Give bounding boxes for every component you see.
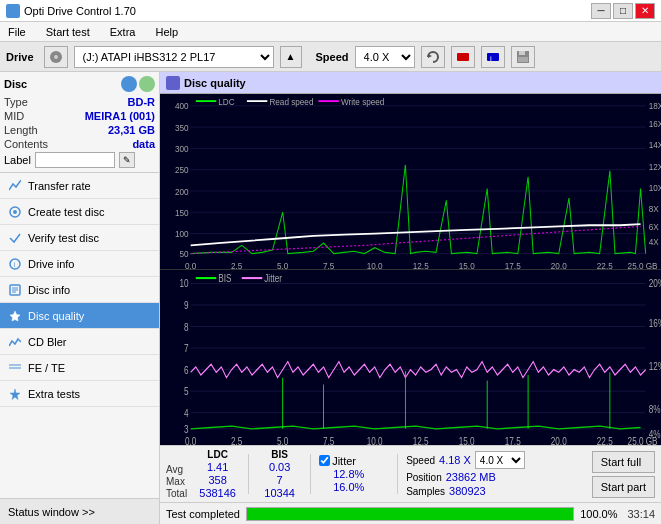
charts-container: 400 350 300 250 200 150 100 50 18X 16X 1… (160, 94, 661, 445)
nav-verify-test-disc[interactable]: Verify test disc (0, 225, 159, 251)
bis-col-header: BIS (271, 449, 288, 460)
title-bar: Opti Drive Control 1.70 ─ □ ✕ (0, 0, 661, 22)
chart-title: Disc quality (184, 77, 246, 89)
nav-fe-te[interactable]: FE / TE (0, 355, 159, 381)
nav-disc-quality[interactable]: Disc quality (0, 303, 159, 329)
extra-tests-icon (8, 387, 22, 401)
eject-button[interactable]: ▲ (280, 46, 302, 68)
svg-rect-3 (457, 53, 469, 61)
speed-stat-value: 4.18 X (439, 454, 471, 466)
status-window-button[interactable]: Status window >> (0, 498, 159, 524)
svg-rect-7 (519, 51, 525, 55)
svg-text:15.0: 15.0 (459, 260, 475, 269)
svg-text:16%: 16% (649, 316, 661, 328)
status-text: Test completed (166, 508, 240, 520)
nav-extra-tests[interactable]: Extra tests (0, 381, 159, 407)
menu-extra[interactable]: Extra (106, 25, 140, 39)
nav-fe-te-label: FE / TE (28, 362, 65, 374)
stats-divider-2 (310, 454, 311, 494)
svg-text:i: i (490, 54, 492, 63)
save-button[interactable] (511, 46, 535, 68)
drive-icon-btn[interactable] (44, 46, 68, 68)
svg-marker-17 (10, 311, 20, 321)
disc-label-label: Label (4, 154, 31, 166)
jitter-checkbox[interactable]: Jitter (319, 455, 389, 467)
create-test-disc-icon (8, 205, 22, 219)
menu-help[interactable]: Help (151, 25, 182, 39)
fe-te-icon (8, 361, 22, 375)
menu-start-test[interactable]: Start test (42, 25, 94, 39)
title-bar-left: Opti Drive Control 1.70 (6, 4, 136, 18)
app-title: Opti Drive Control 1.70 (24, 5, 136, 17)
jitter-col-header: Jitter (332, 455, 356, 467)
svg-text:15.0: 15.0 (459, 435, 475, 445)
disc-type-label: Type (4, 96, 28, 108)
nav-drive-info[interactable]: i Drive info (0, 251, 159, 277)
svg-text:5.0: 5.0 (277, 435, 288, 445)
disc-title: Disc (4, 78, 27, 90)
minimize-button[interactable]: ─ (591, 3, 611, 19)
bis-avg: 0.03 (269, 461, 290, 473)
svg-text:300: 300 (175, 143, 189, 154)
menu-file[interactable]: File (4, 25, 30, 39)
svg-text:2.5: 2.5 (231, 260, 242, 269)
drive-info-icon: i (8, 257, 22, 271)
verify-test-disc-icon (8, 231, 22, 245)
svg-rect-62 (160, 270, 661, 445)
disc-contents-row: Contents data (4, 138, 155, 150)
info-button[interactable]: i (481, 46, 505, 68)
svg-text:0.0: 0.0 (185, 435, 196, 445)
nav-disc-info[interactable]: Disc info (0, 277, 159, 303)
speed-select[interactable]: 4.0 X (355, 46, 415, 68)
disc-length-row: Length 23,31 GB (4, 124, 155, 136)
nav-cd-bler-label: CD Bler (28, 336, 67, 348)
refresh-button[interactable] (421, 46, 445, 68)
svg-text:7.5: 7.5 (323, 260, 334, 269)
svg-text:3: 3 (184, 423, 189, 435)
start-part-button[interactable]: Start part (592, 476, 655, 498)
svg-text:2.5: 2.5 (231, 435, 242, 445)
nav-transfer-rate-label: Transfer rate (28, 180, 91, 192)
stats-divider-3 (397, 454, 398, 494)
nav-create-test-disc-label: Create test disc (28, 206, 104, 218)
svg-text:10.0: 10.0 (367, 260, 383, 269)
drive-label: Drive (6, 51, 34, 63)
svg-rect-4 (487, 53, 499, 61)
media-button[interactable] (451, 46, 475, 68)
avg-label: Avg (166, 464, 187, 475)
disc-label-input[interactable] (35, 152, 115, 168)
disc-section: Disc Type BD-R MID MEIRA1 (001) Length 2… (0, 72, 159, 173)
max-label: Max (166, 476, 187, 487)
bis-max: 7 (277, 474, 283, 486)
disc-contents-label: Contents (4, 138, 48, 150)
cd-bler-icon (8, 335, 22, 349)
svg-text:25.0 GB: 25.0 GB (628, 435, 658, 445)
disc-length-value: 23,31 GB (108, 124, 155, 136)
svg-text:25.0 GB: 25.0 GB (628, 260, 658, 269)
nav-drive-info-label: Drive info (28, 258, 74, 270)
disc-label-edit-btn[interactable]: ✎ (119, 152, 135, 168)
nav-transfer-rate[interactable]: Transfer rate (0, 173, 159, 199)
close-button[interactable]: ✕ (635, 3, 655, 19)
svg-text:100: 100 (175, 229, 189, 240)
nav-cd-bler[interactable]: CD Bler (0, 329, 159, 355)
menu-bar: File Start test Extra Help (0, 22, 661, 42)
disc-mid-label: MID (4, 110, 24, 122)
svg-text:350: 350 (175, 122, 189, 133)
jitter-check[interactable] (319, 455, 330, 466)
title-bar-controls: ─ □ ✕ (591, 3, 655, 19)
svg-text:17.5: 17.5 (505, 435, 521, 445)
speed-stat-select[interactable]: 4.0 X (475, 451, 525, 469)
bottom-status-bar: Test completed 100.0% 33:14 (160, 502, 661, 524)
svg-text:22.5: 22.5 (597, 260, 613, 269)
start-full-button[interactable]: Start full (592, 451, 655, 473)
svg-text:8%: 8% (649, 403, 661, 415)
maximize-button[interactable]: □ (613, 3, 633, 19)
nav-extra-tests-label: Extra tests (28, 388, 80, 400)
disc-header-icons (121, 76, 155, 92)
nav-create-test-disc[interactable]: Create test disc (0, 199, 159, 225)
speed-label: Speed (316, 51, 349, 63)
disc-mid-value: MEIRA1 (001) (85, 110, 155, 122)
progress-percent: 100.0% (580, 508, 617, 520)
drive-select[interactable]: (J:) ATAPI iHBS312 2 PL17 (74, 46, 274, 68)
